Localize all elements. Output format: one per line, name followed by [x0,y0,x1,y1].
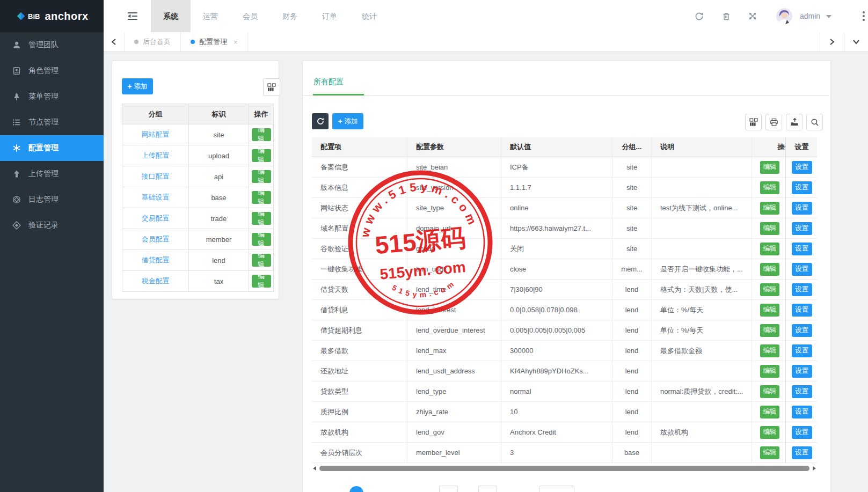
pinned-set-cell: 设置 [786,300,817,320]
edit-button[interactable]: 编辑 [760,181,779,194]
trash-icon[interactable] [722,12,731,23]
export-icon[interactable] [786,114,803,130]
group-link[interactable]: 会员配置 [142,234,170,244]
edit-button[interactable]: 编辑 [760,304,779,317]
set-button[interactable]: 设置 [792,202,812,215]
scrollbar-thumb[interactable] [319,466,809,471]
config-param: lend_usdt_address [407,361,501,381]
print-icon[interactable] [765,114,782,130]
edit-button[interactable]: 编辑 [252,275,271,288]
group-link[interactable]: 交易配置 [142,214,170,223]
sidebar-item-menus[interactable]: 菜单管理 [0,84,104,109]
group-link[interactable]: 借贷配置 [142,255,170,265]
set-button[interactable]: 设置 [792,426,812,439]
set-button[interactable]: 设置 [792,446,812,459]
edit-button[interactable]: 编辑 [252,128,271,141]
columns-toggle-icon[interactable] [263,78,280,96]
pagination-page-1[interactable] [349,486,363,492]
edit-button[interactable]: 编辑 [252,191,271,204]
set-button[interactable]: 设置 [792,344,812,357]
edit-button[interactable]: 编辑 [760,406,779,418]
nav-item-order[interactable]: 订单 [310,0,349,32]
edit-button[interactable]: 编辑 [252,170,271,183]
tabs-more-icon[interactable] [844,32,868,52]
nav-item-operation[interactable]: 运营 [191,0,230,32]
sidebar-item-nodes[interactable]: 节点管理 [0,109,104,135]
sidebar-item-logs[interactable]: 日志管理 [0,187,104,212]
sidebar-item-team[interactable]: 管理团队 [0,32,104,58]
edit-button[interactable]: 编辑 [760,365,779,378]
edit-button[interactable]: 编辑 [760,385,779,398]
set-button[interactable]: 设置 [792,181,812,194]
config-default: 10 [501,402,612,422]
group-link[interactable]: 上传配置 [142,151,170,160]
set-button[interactable]: 设置 [792,365,812,378]
sidebar-item-verify[interactable]: 验证记录 [0,212,104,238]
edit-button[interactable]: 编辑 [760,446,779,459]
edit-button[interactable]: 编辑 [760,161,779,174]
edit-button[interactable]: 编辑 [760,263,779,276]
edit-button[interactable]: 编辑 [760,283,779,296]
sidebar-item-config[interactable]: 配置管理 [0,135,104,161]
group-link[interactable]: 网站配置 [142,130,170,139]
nav-item-finance[interactable]: 财务 [270,0,310,32]
group-link[interactable]: 税金配置 [142,276,170,286]
kebab-menu-icon[interactable] [863,11,865,13]
edit-button[interactable]: 编辑 [252,233,271,246]
tab-all-configs[interactable]: 所有配置 [313,77,344,87]
edit-button[interactable]: 编辑 [760,202,779,215]
set-button[interactable]: 设置 [792,385,812,398]
tabs-scroll-left-icon[interactable] [104,32,125,52]
pagination-size-select[interactable] [539,486,574,492]
search-icon[interactable] [806,114,823,130]
tab-close-icon[interactable]: × [234,38,238,46]
caret-down-icon[interactable] [826,15,831,18]
table-refresh-button[interactable] [312,113,329,129]
column-header-group: 分组... [612,137,652,157]
set-button[interactable]: 设置 [792,243,812,255]
edit-button[interactable]: 编辑 [760,426,779,439]
tabs-scroll-right-icon[interactable] [820,32,844,52]
set-button[interactable]: 设置 [792,324,812,337]
menu-fold-icon[interactable] [128,12,138,23]
tab-home[interactable]: 后台首页 [125,32,181,52]
set-button[interactable]: 设置 [792,406,812,418]
column-header-item: 配置项 [312,137,407,157]
nav-item-member[interactable]: 会员 [230,0,270,32]
username[interactable]: admin [800,0,820,32]
group-link[interactable]: 接口配置 [142,172,170,181]
refresh-icon[interactable] [695,12,704,23]
tab-config[interactable]: 配置管理 × [181,32,248,52]
set-button[interactable]: 设置 [792,161,812,174]
edit-button[interactable]: 编辑 [760,344,779,357]
set-button[interactable]: 设置 [792,283,812,296]
sidebar-item-roles[interactable]: 角色管理 [0,58,104,84]
group-link[interactable]: 基础设置 [142,193,170,202]
edit-button[interactable]: 编辑 [252,254,271,267]
add-group-button[interactable]: + 添加 [122,78,153,94]
edit-button[interactable]: 编辑 [252,212,271,225]
group-key: lend [189,250,249,270]
nav-item-system[interactable]: 系统 [151,0,191,32]
avatar[interactable] [776,8,792,24]
config-default: ICP备 [501,157,612,177]
app-logo[interactable]: BiB anchorx [0,0,104,32]
edit-button[interactable]: 编辑 [252,149,271,162]
edit-button[interactable]: 编辑 [760,222,779,235]
set-button[interactable]: 设置 [792,222,812,235]
pagination-box[interactable] [439,486,458,492]
top-header: 系统 运营 会员 财务 订单 统计 admin [104,0,868,33]
scroll-left-arrow-icon[interactable] [313,466,316,471]
plus-icon: + [127,83,132,90]
set-button[interactable]: 设置 [792,304,812,317]
edit-button[interactable]: 编辑 [760,243,779,255]
fullscreen-icon[interactable] [748,12,757,23]
add-config-button[interactable]: + 添加 [332,113,363,129]
columns-toggle-icon[interactable] [745,114,762,130]
edit-button[interactable]: 编辑 [760,324,779,337]
sidebar-item-upload[interactable]: 上传管理 [0,161,104,187]
nav-item-stats[interactable]: 统计 [349,0,389,32]
pagination-box[interactable] [478,486,497,492]
scroll-right-arrow-icon[interactable] [813,466,816,471]
set-button[interactable]: 设置 [792,263,812,276]
